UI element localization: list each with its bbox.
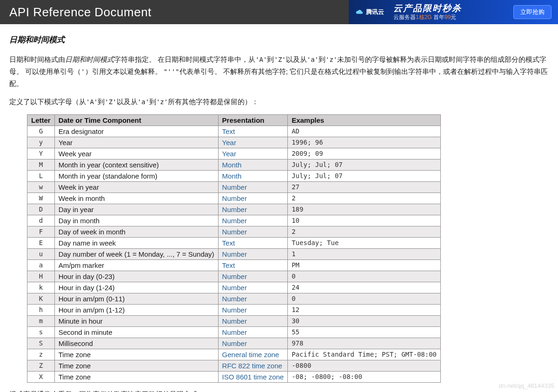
presentation-link[interactable]: Year — [222, 139, 236, 146]
cell-component: Day name in week — [54, 237, 218, 248]
p1-em: 日期和时间模式 — [65, 55, 114, 63]
cell-letter: W — [27, 193, 55, 204]
table-row: uDay number of week (1 = Monday, ..., 7 … — [27, 248, 441, 259]
topbar: API Reference Document 腾讯云 云产品限时秒杀 云服务器1… — [0, 0, 558, 24]
presentation-link[interactable]: Number — [222, 206, 247, 213]
cell-letter: a — [27, 259, 55, 271]
lit-z2: 'z' — [156, 98, 168, 106]
cell-letter: X — [27, 371, 55, 382]
lit-a: 'a' — [307, 56, 319, 63]
ad-sm-unit: 元 — [451, 14, 456, 20]
cell-letter: M — [27, 159, 55, 170]
table-row: WWeek in monthNumber2 — [27, 193, 441, 204]
cell-component: Second in minute — [54, 326, 218, 338]
cell-examples: 10 — [288, 215, 441, 226]
cell-letter: y — [27, 137, 55, 148]
cell-examples: 189 — [288, 204, 441, 215]
cell-presentation: Text — [218, 126, 288, 137]
presentation-link[interactable]: Number — [222, 328, 247, 336]
cell-component: Hour in am/pm (1-12) — [54, 304, 218, 315]
p1-a: 日期和时间格式由 — [9, 55, 65, 63]
ad-sm-pre: 云服务器 — [393, 14, 416, 20]
cell-component: Minute in hour — [54, 315, 218, 326]
cell-letter: K — [27, 293, 55, 304]
document-body: 日期和时间模式 日期和时间格式由日期和时间模式字符串指定。 在日期和时间模式字符… — [0, 24, 558, 392]
ad-slogan: 云产品限时秒杀 云服务器1核2G 首年99元 — [393, 3, 513, 20]
cell-component: Era designator — [54, 126, 218, 137]
presentation-link[interactable]: Text — [222, 127, 235, 135]
section-heading: 日期和时间模式 — [9, 34, 549, 45]
presentation-link[interactable]: Number — [222, 339, 247, 347]
presentation-link[interactable]: Number — [222, 295, 247, 303]
cell-presentation: Number — [218, 271, 288, 282]
table-header-row: Letter Date or Time Component Presentati… — [27, 114, 441, 126]
cell-component: Day of week in month — [54, 226, 218, 237]
cell-presentation: Number — [218, 215, 288, 226]
presentation-link[interactable]: Number — [222, 228, 247, 236]
presentation-link[interactable]: ISO 8601 time zone — [222, 373, 284, 381]
cell-examples: 12 — [288, 304, 441, 315]
presentation-link[interactable]: Month — [222, 172, 242, 180]
cell-letter: w — [27, 181, 55, 193]
presentation-link[interactable]: Number — [222, 183, 247, 191]
cell-presentation: Number — [218, 304, 288, 315]
cell-component: Hour in am/pm (0-11) — [54, 293, 218, 304]
p2-e: 所有其他字符都是保留的）： — [168, 98, 259, 106]
table-row: XTime zoneISO 8601 time zone-08; -0800; … — [27, 371, 441, 382]
cell-examples: PM — [288, 259, 441, 271]
table-row: LMonth in year (standalone form)MonthJul… — [27, 170, 441, 181]
cell-letter: Y — [27, 148, 55, 159]
presentation-link[interactable]: Year — [222, 150, 236, 158]
lit-A: 'A' — [255, 56, 267, 63]
cell-component: Time zone — [54, 349, 218, 360]
table-row: YWeek yearYear2009; 09 — [27, 148, 441, 159]
cell-examples: Pacific Standard Time; PST; GMT-08:00 — [288, 349, 441, 360]
th-letter: Letter — [27, 114, 55, 126]
ad-brand: 腾讯云 — [354, 8, 384, 16]
cell-presentation: Number — [218, 248, 288, 259]
p2-a: 定义了以下模式字母（从 — [9, 98, 86, 106]
presentation-link[interactable]: General time zone — [222, 351, 279, 359]
cell-presentation: Year — [218, 148, 288, 159]
cell-presentation: ISO 8601 time zone — [218, 371, 288, 382]
cell-presentation: Number — [218, 181, 288, 193]
table-row: kHour in day (1-24)Number24 — [27, 282, 441, 293]
cell-component: Month in year (standalone form) — [54, 170, 218, 181]
pattern-table: Letter Date or Time Component Presentati… — [27, 114, 441, 383]
cell-letter: Z — [27, 360, 55, 371]
presentation-link[interactable]: Number — [222, 217, 247, 225]
cell-letter: h — [27, 304, 55, 315]
ad-cta-button[interactable]: 立即抢购 — [513, 5, 551, 19]
presentation-link[interactable]: RFC 822 time zone — [222, 362, 282, 370]
cell-examples: 2009; 09 — [288, 148, 441, 159]
p1-e: 到 — [319, 55, 326, 63]
presentation-link[interactable]: Number — [222, 284, 247, 292]
cell-examples: 24 — [288, 282, 441, 293]
lit-z: 'z' — [326, 56, 337, 63]
cell-component: Time zone — [54, 360, 218, 371]
table-row: ZTime zoneRFC 822 time zone-0800 — [27, 360, 441, 371]
cell-component: Hour in day (0-23) — [54, 271, 218, 282]
presentation-link[interactable]: Number — [222, 194, 247, 202]
presentation-link[interactable]: Number — [222, 250, 247, 258]
presentation-link[interactable]: Text — [222, 261, 235, 269]
lit-Z: 'Z' — [274, 56, 286, 63]
cell-examples: 0 — [288, 271, 441, 282]
table-row: DDay in yearNumber189 — [27, 204, 441, 215]
presentation-link[interactable]: Number — [222, 306, 247, 314]
presentation-link[interactable]: Month — [222, 161, 242, 169]
ad-banner[interactable]: 腾讯云 云产品限时秒杀 云服务器1核2G 首年99元 立即抢购 — [349, 0, 558, 24]
lit-a2: 'a' — [138, 98, 149, 106]
presentation-link[interactable]: Number — [222, 272, 247, 280]
cell-letter: s — [27, 326, 55, 338]
table-row: SMillisecondNumber978 — [27, 338, 441, 349]
presentation-link[interactable]: Text — [222, 239, 235, 247]
p2-d: 到 — [149, 98, 156, 106]
cell-examples: 30 — [288, 315, 441, 326]
cell-examples: 978 — [288, 338, 441, 349]
cell-presentation: Number — [218, 193, 288, 204]
presentation-link[interactable]: Number — [222, 317, 247, 325]
cell-component: Millisecond — [54, 338, 218, 349]
p1-d: 以及从 — [286, 55, 307, 63]
table-row: hHour in am/pm (1-12)Number12 — [27, 304, 441, 315]
